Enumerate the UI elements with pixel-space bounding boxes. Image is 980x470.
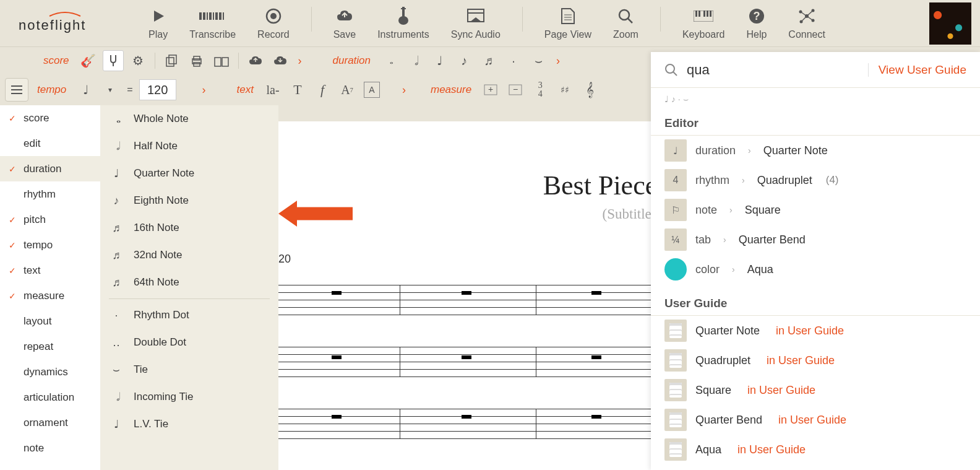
note-icon[interactable]: ♩ [75, 79, 96, 100]
cloud-upload-icon[interactable] [245, 50, 266, 71]
print-icon[interactable] [186, 50, 207, 71]
result-value: Quadruplet [757, 174, 812, 187]
chevron-right-icon[interactable]: › [294, 54, 306, 67]
category-item-score[interactable]: ✓score [0, 105, 100, 131]
dot-icon[interactable]: · [503, 50, 524, 71]
logo[interactable]: noteflight [6, 11, 130, 36]
duration-item-incoming-tie[interactable]: 𝅗𝅥Incoming Tie [100, 383, 278, 411]
duration-item-tie[interactable]: ⌣Tie [100, 356, 278, 383]
category-item-tempo[interactable]: ✓tempo [0, 232, 100, 258]
duration-item-16th-note[interactable]: ♬16th Note [100, 214, 278, 242]
gear-icon[interactable]: ⚙ [127, 50, 148, 71]
chevron-right-icon[interactable]: › [398, 84, 410, 97]
guide-result-quarter-note[interactable]: Quarter Notein User Guide [651, 316, 980, 346]
whole-note-icon[interactable]: 𝅝 [379, 50, 400, 71]
page-view-button[interactable]: Page View [544, 7, 591, 40]
duration-item-half-note[interactable]: 𝅗𝅥Half Note [100, 133, 278, 160]
search-input[interactable] [687, 62, 868, 78]
category-item-duration[interactable]: ✓duration [0, 156, 100, 181]
category-item-ornament[interactable]: ornament [0, 410, 100, 435]
help-button[interactable]: ? Help [746, 7, 767, 40]
rehearsal-icon[interactable]: A [361, 79, 382, 100]
search-result-square[interactable]: ⚐note›Square [651, 195, 980, 225]
duration-item-whole-note[interactable]: 𝅝Whole Note [100, 105, 278, 133]
category-item-text[interactable]: ✓text [0, 258, 100, 283]
search-result-quarter-note[interactable]: ♩duration›Quarter Note [651, 136, 980, 165]
guide-result-quadruplet[interactable]: Quadrupletin User Guide [651, 346, 980, 375]
search-result-quarter-bend[interactable]: ¼tab›Quarter Bend [651, 225, 980, 255]
check-icon: ✓ [9, 291, 17, 301]
search-result-aqua[interactable]: color›Aqua [651, 255, 980, 284]
tie-icon[interactable]: ⌣ [528, 50, 549, 71]
chord-icon[interactable]: A7 [337, 79, 358, 100]
check-icon: ✓ [9, 266, 17, 276]
duration-label: Half Note [134, 140, 178, 152]
tuning-fork-icon[interactable] [103, 50, 124, 71]
play-label: Play [148, 29, 168, 40]
cloud-download-icon[interactable] [270, 50, 291, 71]
dropdown-icon[interactable]: ▾ [100, 79, 121, 100]
book-icon [664, 438, 687, 461]
category-item-measure[interactable]: ✓measure [0, 283, 100, 308]
search-result-quadruplet[interactable]: 4rhythm›Quadruplet(4) [651, 165, 980, 195]
play-button[interactable]: Play [148, 7, 168, 40]
category-item-repeat[interactable]: repeat [0, 334, 100, 359]
hamburger-menu-button[interactable] [5, 78, 28, 102]
zoom-label: Zoom [613, 29, 638, 40]
key-sig-icon[interactable]: ♯♯ [554, 79, 575, 100]
transcribe-button[interactable]: Transcribe [189, 7, 236, 40]
keyboard-button[interactable]: Keyboard [682, 7, 725, 40]
copy-icon[interactable] [161, 50, 183, 71]
time-sig-icon[interactable]: 34 [530, 79, 551, 100]
result-icon: 4 [664, 169, 687, 191]
svg-rect-26 [710, 11, 711, 17]
category-item-dynamics[interactable]: dynamics [0, 359, 100, 385]
quarter-note-icon[interactable]: ♩ [429, 50, 450, 71]
category-item-articulation[interactable]: articulation [0, 385, 100, 410]
result-value: Quarter Note [763, 144, 828, 157]
instruments-button[interactable]: Instruments [377, 7, 429, 40]
duration-item-32nd-note[interactable]: ♬32nd Note [100, 242, 278, 269]
category-item-edit[interactable]: edit [0, 131, 100, 156]
duration-item-quarter-note[interactable]: ♩Quarter Note [100, 160, 278, 187]
duration-label: 32nd Note [134, 249, 182, 261]
search-icon [664, 63, 678, 77]
guitar-icon[interactable]: 🎸 [78, 50, 99, 71]
save-button[interactable]: Save [333, 7, 356, 40]
view-user-guide-link[interactable]: View User Guide [868, 63, 966, 77]
chevron-right-icon[interactable]: › [552, 54, 564, 67]
category-item-layout[interactable]: layout [0, 308, 100, 334]
zoom-button[interactable]: Zoom [613, 7, 638, 40]
result-category: note [695, 204, 717, 217]
record-button[interactable]: Record [257, 7, 290, 40]
sixteenth-note-icon[interactable]: ♬ [478, 50, 499, 71]
sync-audio-button[interactable]: Sync Audio [451, 7, 501, 40]
duration-item-eighth-note[interactable]: ♪Eighth Note [100, 187, 278, 214]
duration-item-l.v.-tie[interactable]: ♩L.V. Tie [100, 411, 278, 438]
guide-result-square[interactable]: Squarein User Guide [651, 375, 980, 405]
connect-button[interactable]: Connect [788, 7, 825, 40]
clef-icon[interactable]: 𝄞 [579, 79, 600, 100]
add-measure-icon[interactable]: + [480, 79, 501, 100]
svg-rect-22 [695, 11, 697, 17]
note-icon: ♬ [110, 276, 123, 289]
duration-item-double-dot[interactable]: ‥Double Dot [100, 329, 278, 356]
category-item-note[interactable]: note [0, 435, 100, 461]
chevron-right-icon[interactable]: › [199, 84, 210, 97]
guide-result-aqua[interactable]: Aquain User Guide [651, 435, 980, 464]
category-item-rhythm[interactable]: rhythm [0, 181, 100, 207]
guide-result-quarter-bend[interactable]: Quarter Bendin User Guide [651, 405, 980, 435]
category-label: dynamics [24, 366, 68, 378]
remove-measure-icon[interactable]: − [505, 79, 526, 100]
half-note-icon[interactable]: 𝅗𝅥 [404, 50, 425, 71]
avatar[interactable] [929, 2, 971, 45]
dynamics-icon[interactable]: f [312, 79, 333, 100]
duration-item-64th-note[interactable]: ♬64th Note [100, 269, 278, 296]
text-icon[interactable]: T [287, 79, 308, 100]
lyrics-icon[interactable]: la- [262, 79, 283, 100]
category-item-pitch[interactable]: ✓pitch [0, 207, 100, 232]
tempo-input[interactable] [139, 79, 176, 100]
parts-icon[interactable] [211, 50, 232, 71]
duration-item-rhythm-dot[interactable]: ·Rhythm Dot [100, 302, 278, 329]
eighth-note-icon[interactable]: ♪ [453, 50, 475, 71]
